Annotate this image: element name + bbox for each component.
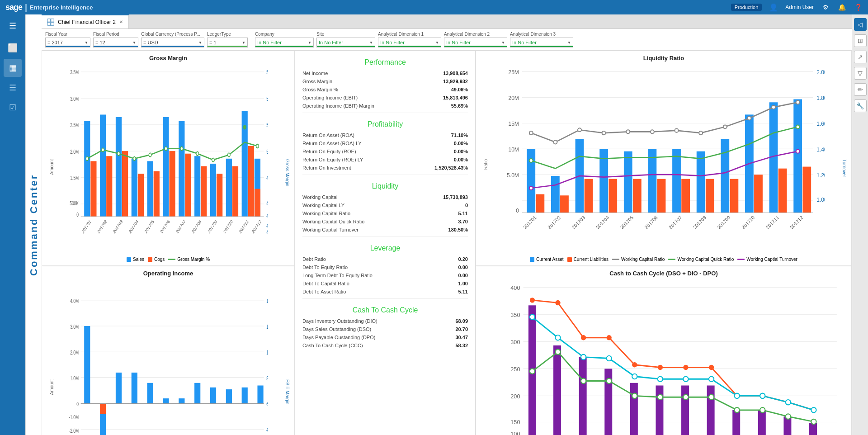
- svg-point-56: [196, 152, 199, 156]
- svg-text:100 %: 100 %: [266, 350, 268, 356]
- filter-fiscal-year-select[interactable]: = 2017 ▼: [45, 38, 90, 47]
- kpi-panel: Performance Net Income 13,908,654 Gross …: [295, 51, 476, 435]
- liquidity-title: Liquidity: [302, 182, 468, 190]
- right-panel-tool-btn[interactable]: 🔧: [854, 99, 867, 112]
- svg-text:400: 400: [510, 284, 520, 291]
- bar-cogs-1: [90, 161, 96, 216]
- right-panel-filter-btn[interactable]: ▽: [854, 67, 867, 80]
- svg-point-57: [212, 158, 215, 161]
- tab-icon: [47, 19, 54, 26]
- kpi-dpo-label: Days Payable Oustanding (DPO): [302, 335, 375, 340]
- filter-company-select[interactable]: In No Filter ▼: [255, 38, 314, 47]
- operating-income-title: Operating Income: [46, 270, 291, 277]
- kpi-gross-margin: Gross Margin 13,929,932: [302, 78, 468, 85]
- svg-text:56 %: 56 %: [266, 69, 268, 76]
- filter-site-select[interactable]: In No Filter ▼: [316, 38, 375, 47]
- svg-point-55: [180, 147, 183, 150]
- svg-text:2.0M: 2.0M: [70, 350, 79, 356]
- filter-currency-label: Global Currency (Process P...: [141, 32, 204, 37]
- svg-rect-27: [100, 114, 106, 216]
- svg-text:201707: 201707: [668, 215, 683, 230]
- svg-point-240: [709, 365, 714, 370]
- svg-rect-171: [147, 383, 153, 404]
- hamburger-menu[interactable]: ☰: [6, 18, 19, 33]
- filter-site-indicator: [317, 46, 375, 47]
- filter-bar: Fiscal Year = 2017 ▼ Fiscal Period = 12 …: [42, 29, 852, 51]
- right-panel-grid-btn[interactable]: ⊞: [854, 34, 867, 47]
- filter-dim2-value: In No Filter: [446, 40, 471, 45]
- svg-point-247: [581, 378, 586, 383]
- svg-rect-227: [681, 386, 689, 435]
- sidebar-check-icon[interactable]: ☑: [4, 99, 22, 117]
- tab-close-icon[interactable]: ✕: [119, 19, 123, 24]
- svg-point-125: [747, 116, 751, 120]
- sidebar-list-icon[interactable]: ☰: [4, 79, 22, 97]
- help-icon[interactable]: ❓: [854, 3, 863, 12]
- right-panel-edit-btn[interactable]: ✏: [854, 83, 867, 96]
- right-panel-back-btn[interactable]: ◁: [854, 18, 867, 31]
- kpi-gross-margin-pct-value: 49.06%: [451, 87, 468, 92]
- svg-point-58: [228, 153, 231, 156]
- user-name: Admin User: [785, 4, 814, 10]
- svg-text:52 %: 52 %: [266, 122, 268, 128]
- dashboard: Gross Margin Amount Gross Margin 3.5M: [42, 51, 852, 435]
- svg-rect-228: [707, 386, 715, 435]
- kpi-net-income-value: 13,908,654: [443, 71, 468, 76]
- profitability-title: Profitability: [302, 120, 468, 128]
- sidebar-dashboard-icon[interactable]: ▦: [4, 59, 22, 77]
- svg-text:120 %: 120 %: [266, 323, 268, 330]
- filter-dim3: Analytical Dimension 3 In No Filter ▼: [510, 32, 573, 47]
- svg-rect-37: [179, 121, 184, 216]
- svg-text:201711: 201711: [764, 215, 780, 230]
- filter-currency-arrow: ▼: [198, 41, 202, 45]
- filter-ledger-select[interactable]: = 1 ▼: [207, 38, 248, 47]
- bell-icon[interactable]: 🔔: [837, 3, 846, 12]
- svg-rect-97: [648, 149, 657, 213]
- legend-current-liab: Current Liabilities: [567, 257, 609, 262]
- filter-dim3-select[interactable]: In No Filter ▼: [510, 38, 573, 47]
- kpi-debt-equity-label: Debt To Equity Ratio: [302, 265, 348, 270]
- right-panel-export-btn[interactable]: ↗: [854, 51, 867, 63]
- svg-rect-179: [100, 404, 106, 414]
- app-name: Enterprise Intelligence: [30, 4, 93, 11]
- svg-rect-96: [624, 151, 632, 213]
- cash-cycle-svg: 400 350 300 250 200 150 100 50.0 0: [498, 281, 843, 435]
- svg-rect-4: [51, 23, 53, 25]
- filter-dim2-select[interactable]: In No Filter ▼: [444, 38, 507, 47]
- svg-point-257: [530, 315, 535, 320]
- filter-currency-select[interactable]: = USD ▼: [141, 38, 204, 47]
- gross-margin-y-label: Amount: [49, 159, 54, 175]
- svg-rect-106: [585, 179, 593, 213]
- svg-point-238: [658, 365, 663, 370]
- svg-point-59: [243, 125, 246, 129]
- svg-rect-114: [778, 169, 787, 213]
- filter-fiscal-period-select[interactable]: = 12 ▼: [93, 38, 138, 47]
- kpi-ebit-margin-label: Operating Income (EBIT) Margin: [302, 103, 374, 109]
- kpi-operating-income-value: 15,813,496: [443, 95, 468, 100]
- svg-text:0: 0: [76, 211, 79, 218]
- kpi-net-income: Net Income 13,908,654: [302, 70, 468, 76]
- svg-point-254: [760, 408, 765, 413]
- filter-site-label: Site: [316, 32, 375, 37]
- svg-point-130: [529, 186, 533, 190]
- filter-company-indicator: [255, 46, 313, 47]
- filter-ledger-value: = 1: [209, 40, 217, 45]
- kpi-ccc: Cash To Cash Cycle (CCC) 58.32: [302, 342, 468, 349]
- svg-rect-30: [122, 151, 128, 217]
- kpi-debt-ratio-label: Debt Ratio: [302, 256, 326, 262]
- legend-wc-quick-label: Working Capital Quick Ratio: [677, 257, 734, 262]
- kpi-debt-asset-label: Debt To Asset Ratio: [302, 289, 346, 294]
- kpi-working-capital-ratio-label: Working Capital Ratio: [302, 211, 350, 216]
- kpi-roi-value: 1,520,528.43%: [434, 165, 468, 170]
- settings-icon[interactable]: ⚙: [821, 3, 830, 12]
- kpi-gross-margin-label: Gross Margin: [302, 79, 332, 84]
- sidebar-home-icon[interactable]: ⬜: [4, 39, 22, 57]
- svg-text:201712: 201712: [789, 215, 804, 230]
- kpi-dso-value: 20.70: [455, 326, 468, 332]
- svg-rect-99: [697, 151, 705, 213]
- tab-cfo[interactable]: Chief Financial Officer 2 ✕: [42, 14, 129, 28]
- svg-rect-108: [633, 179, 642, 213]
- svg-text:0: 0: [76, 401, 79, 407]
- liquidity-svg: 25M 20M 15M 10M 5.0M 0 2.00 1.80 1.60 1.…: [498, 66, 825, 237]
- filter-dim1-select[interactable]: In No Filter ▼: [378, 38, 441, 47]
